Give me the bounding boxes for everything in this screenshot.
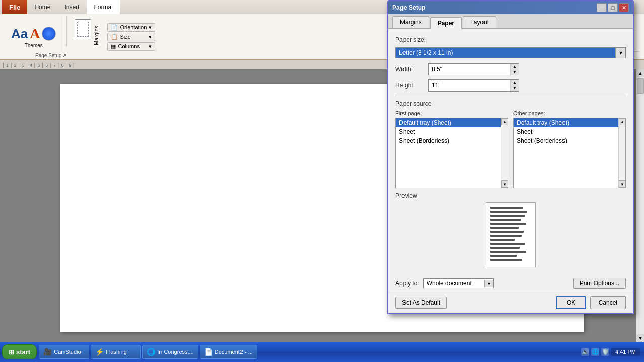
first-page-listbox[interactable]: Default tray (Sheet) Sheet Sheet (Border… (395, 118, 508, 188)
scroll-up-button[interactable]: ▲ (636, 69, 644, 77)
list-item[interactable]: Default tray (Sheet) (396, 118, 508, 127)
list-item[interactable]: Sheet (514, 127, 625, 136)
page-setup-group-label: Page Setup (35, 53, 61, 58)
scroll-thumb[interactable] (637, 78, 644, 94)
taskbar-item-flashing[interactable]: ⚡ Flashing (91, 345, 141, 359)
other-scroll-down[interactable]: ▼ (619, 180, 626, 188)
apply-to-value: Whole document (424, 279, 484, 288)
tab-margins[interactable]: Margins (392, 16, 429, 28)
security-icon[interactable]: 🛡️ (601, 348, 609, 356)
preview-line (490, 215, 525, 217)
taskbar-item-camstudio[interactable]: 🎥 CamStudio (39, 345, 89, 359)
height-row: Height: ▲ ▼ (395, 79, 626, 92)
apply-to-row: Apply to: Whole document ▾ (395, 278, 494, 288)
taskbar-item-browser[interactable]: 🌐 In Congress,... (142, 345, 198, 359)
apply-to-arrow[interactable]: ▾ (484, 280, 493, 287)
height-spin-up[interactable]: ▲ (511, 80, 519, 85)
dialog-restore-button[interactable]: □ (608, 3, 618, 12)
width-row: Width: ▲ ▼ (395, 63, 626, 75)
set-as-default-button[interactable]: Set As Default (395, 297, 447, 309)
preview-line (490, 235, 522, 237)
print-options-button[interactable]: Print Options... (573, 278, 626, 289)
big-a-icon: A (30, 26, 40, 42)
preview-box (486, 202, 536, 267)
dialog-minimize-button[interactable]: ─ (597, 3, 607, 12)
size-button[interactable]: 📋 Size ▾ (107, 33, 155, 41)
height-input[interactable] (429, 81, 510, 90)
list-item[interactable]: Default tray (Sheet) (514, 118, 625, 127)
preview-label: Preview (395, 192, 626, 199)
dialog-close-button[interactable]: ✕ (619, 3, 629, 12)
dialog-controls: ─ □ ✕ (597, 3, 629, 12)
flashing-label: Flashing (106, 349, 127, 355)
paper-source-label: Paper source (395, 100, 626, 107)
width-spin-down[interactable]: ▼ (511, 69, 519, 75)
dialog-titlebar: Page Setup ─ □ ✕ (388, 1, 633, 14)
browser-label: In Congress,... (157, 349, 194, 355)
cancel-button[interactable]: Cancel (590, 296, 626, 309)
apply-row: Apply to: Whole document ▾ Print Options… (388, 275, 633, 292)
orientation-button[interactable]: 📄 Orientation ▾ (107, 23, 155, 32)
columns-icon: ▦ (111, 43, 116, 50)
width-spinbox[interactable]: ▲ ▼ (428, 63, 519, 75)
columns-button[interactable]: ▦ Columns ▾ (107, 42, 155, 51)
vertical-scrollbar[interactable]: ▲ ▼ (636, 69, 644, 342)
scroll-track (636, 77, 644, 334)
width-input[interactable] (429, 65, 510, 74)
paper-size-row: Paper size: (395, 36, 626, 43)
sys-tray: 🔊 🌐 🛡️ (581, 348, 609, 356)
taskbar-item-word[interactable]: 📄 Document2 - ... (200, 345, 257, 359)
height-spinbox[interactable]: ▲ ▼ (428, 79, 519, 92)
margins-icon (75, 19, 91, 39)
page-setup-launcher-icon[interactable]: ↗ (62, 53, 66, 58)
first-scroll-down[interactable]: ▼ (501, 180, 508, 188)
height-spin-down[interactable]: ▼ (511, 85, 519, 91)
camstudio-label: CamStudio (54, 349, 81, 355)
margins-button[interactable]: Margins (72, 18, 102, 51)
apply-to-label: Apply to: (395, 280, 419, 287)
tab-home[interactable]: Home (27, 0, 57, 14)
aa-icon: Aa (11, 27, 28, 40)
themes-button[interactable]: Aa A Themes (8, 25, 59, 49)
preview-line (490, 243, 525, 245)
list-item[interactable]: Sheet (Borderless) (514, 136, 625, 145)
orientation-arrow-icon: ▾ (149, 24, 152, 31)
scroll-down-button[interactable]: ▼ (636, 334, 644, 342)
start-button[interactable]: ⊞ start (2, 344, 37, 359)
other-pages-listbox[interactable]: Default tray (Sheet) Sheet Sheet (Border… (513, 118, 626, 188)
tab-layout[interactable]: Layout (463, 16, 496, 28)
list-item[interactable]: Sheet (Borderless) (396, 136, 508, 145)
columns-arrow-icon: ▾ (149, 43, 152, 50)
size-icon: 📋 (111, 34, 118, 40)
tab-format[interactable]: Format (87, 0, 120, 14)
orientation-icon: 📄 (111, 24, 118, 31)
start-label: start (16, 348, 30, 356)
list-item[interactable]: Sheet (396, 127, 508, 136)
network-icon[interactable]: 🌐 (591, 348, 599, 356)
dialog-footer: Set As Default OK Cancel (388, 292, 633, 313)
size-label: Size (120, 34, 130, 40)
first-scroll-up[interactable]: ▲ (501, 118, 508, 125)
tab-insert[interactable]: Insert (57, 0, 87, 14)
other-scroll-up[interactable]: ▲ (619, 118, 626, 125)
word-label: Document2 - ... (215, 349, 253, 355)
paper-size-arrow[interactable]: ▾ (615, 48, 625, 58)
browser-icon: 🌐 (147, 348, 155, 356)
first-page-scrollbar[interactable]: ▲ ▼ (501, 118, 508, 188)
ok-button[interactable]: OK (556, 296, 586, 309)
paper-size-combo[interactable]: Letter (8 1/2 x 11 in) ▾ (395, 47, 626, 58)
taskbar: ⊞ start 🎥 CamStudio ⚡ Flashing 🌐 In Cong… (0, 342, 644, 362)
tab-file[interactable]: File (2, 0, 27, 14)
columns-label: Columns (118, 43, 139, 49)
start-orb-icon: ⊞ (9, 348, 14, 356)
volume-icon[interactable]: 🔊 (581, 348, 589, 356)
section-divider-1 (395, 96, 626, 96)
height-label: Height: (395, 82, 428, 89)
preview-section: Preview (395, 192, 626, 267)
apply-to-combo[interactable]: Whole document ▾ (423, 278, 494, 288)
preview-line (490, 231, 524, 233)
width-spin-up[interactable]: ▲ (511, 64, 519, 69)
other-pages-scrollbar[interactable]: ▲ ▼ (618, 118, 625, 188)
tab-paper[interactable]: Paper (430, 17, 462, 29)
ruler-marks: │ 1 │ 2 │ 3 │ 4 │ 5 │ 6 │ 7 │ 8 │ 9 │ (2, 63, 75, 68)
